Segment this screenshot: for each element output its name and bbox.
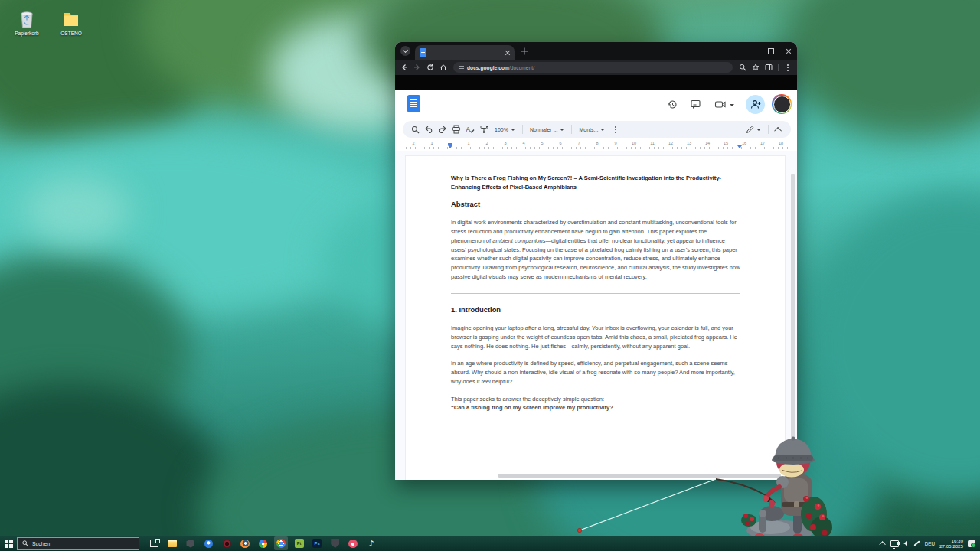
taskbar-icon-task-view[interactable] xyxy=(148,536,162,550)
more-toolbar-button[interactable] xyxy=(609,123,622,135)
chevron-down-icon xyxy=(403,47,408,53)
docs-toolbar-pill: A 100% Normaler ... xyxy=(403,121,791,138)
left-indent-marker[interactable] xyxy=(448,145,452,148)
ruler[interactable]: 21123456789101112131415161718 xyxy=(395,140,797,151)
font-select[interactable]: Monts... xyxy=(576,127,608,132)
pen-icon[interactable] xyxy=(913,540,920,546)
ruler-number: 1 xyxy=(427,141,436,145)
url-host: docs.google.com xyxy=(467,65,509,70)
taskbar-icon-blue-orb[interactable] xyxy=(202,536,216,550)
close-icon xyxy=(786,48,792,54)
taskbar-icon-shield-hex[interactable] xyxy=(184,536,198,550)
paint-format-button[interactable] xyxy=(478,123,490,135)
address-bar[interactable]: docs.google.com/document/ xyxy=(453,62,733,73)
meet-video-button[interactable] xyxy=(714,99,726,110)
side-panel-button[interactable] xyxy=(763,62,774,73)
account-avatar[interactable] xyxy=(772,94,792,114)
zoom-select[interactable]: 100% xyxy=(492,127,518,132)
spelling-check-button[interactable]: A xyxy=(464,123,476,135)
desktop-icon-folder-osteno[interactable]: OSTENO xyxy=(49,8,93,36)
roses-left xyxy=(741,514,756,527)
google-docs-logo-icon[interactable] xyxy=(407,95,420,112)
taskbar-icon-chrome[interactable] xyxy=(274,536,288,550)
taskbar-icon-photoshop[interactable]: Ps xyxy=(310,536,324,550)
doc-block-p: In digital work environments characteriz… xyxy=(451,218,740,281)
forward-button[interactable] xyxy=(412,62,423,73)
taskbar-icon-red-disc[interactable] xyxy=(220,536,234,550)
desktop: Papierkorb OSTENO xyxy=(0,0,980,551)
reload-icon xyxy=(426,64,434,71)
editing-mode-select[interactable] xyxy=(743,126,764,134)
doc-block-p: Imagine opening your laptop after a long… xyxy=(451,324,740,350)
taskbar-icon-shield-dark[interactable] xyxy=(328,536,342,550)
ruler-number: 6 xyxy=(556,141,565,145)
url-path: /document/ xyxy=(509,65,534,70)
zoom-value: 100% xyxy=(495,127,508,132)
reload-button[interactable] xyxy=(425,62,436,73)
ruler-number: 17 xyxy=(758,141,767,145)
taskbar-icon-pink-orb[interactable] xyxy=(346,536,360,550)
paragraph-style-select[interactable]: Normaler ... xyxy=(527,127,568,132)
ruler-number: 13 xyxy=(684,141,694,145)
active-tab[interactable] xyxy=(415,45,514,60)
taskbar-icon-photos[interactable] xyxy=(256,536,270,550)
bookmark-star-button[interactable] xyxy=(750,62,761,73)
tab-strip xyxy=(395,42,797,60)
browser-window: docs.google.com/document/ xyxy=(395,42,797,480)
start-button[interactable] xyxy=(0,536,17,551)
photopea-icon: Pt xyxy=(295,539,304,548)
ruler-number: 12 xyxy=(666,141,675,145)
search-menus-button[interactable] xyxy=(409,123,421,135)
fishing-line xyxy=(580,479,716,530)
vertical-scrollbar[interactable] xyxy=(791,174,795,458)
taskbar: Suchen PtPs DEU 16:39 27.05.2025 xyxy=(0,536,980,551)
person-add-icon xyxy=(750,99,761,109)
close-button[interactable] xyxy=(779,42,797,60)
ruler-number: 11 xyxy=(648,141,657,145)
print-button[interactable] xyxy=(450,123,462,135)
maximize-button[interactable] xyxy=(762,42,779,60)
fishing-lure xyxy=(577,528,581,532)
taskbar-icon-file-explorer[interactable] xyxy=(165,536,179,550)
chevron-down-icon xyxy=(560,129,564,131)
wallpaper-blob xyxy=(781,0,980,138)
notification-center-icon[interactable] xyxy=(968,540,975,547)
speaker-icon[interactable] xyxy=(903,541,907,546)
right-indent-marker[interactable] xyxy=(737,145,742,148)
version-history-button[interactable] xyxy=(667,99,678,110)
zoom-indicator-icon[interactable] xyxy=(737,62,748,73)
paint-roller-icon xyxy=(479,125,488,134)
back-button[interactable] xyxy=(399,62,410,73)
hide-menus-button[interactable] xyxy=(773,123,785,135)
tray-expand-icon[interactable] xyxy=(879,541,885,547)
star-icon xyxy=(752,64,760,71)
tab-search-button[interactable] xyxy=(400,46,410,56)
home-button[interactable] xyxy=(438,62,449,73)
minimize-button[interactable] xyxy=(744,42,762,60)
clock[interactable]: 16:39 27.05.2025 xyxy=(939,538,963,549)
toolbar-divider xyxy=(768,125,769,134)
chevron-up-icon xyxy=(774,126,782,134)
ruler-number: 5 xyxy=(537,141,547,145)
magnifier-icon xyxy=(739,64,746,71)
site-settings-icon[interactable] xyxy=(459,66,464,69)
taskbar-icon-music-note[interactable] xyxy=(364,536,378,550)
doc-block-h2: Abstract xyxy=(451,200,740,209)
taskbar-search[interactable]: Suchen xyxy=(17,537,139,550)
minimize-icon xyxy=(750,51,756,51)
taskbar-icon-blender[interactable] xyxy=(238,536,252,550)
new-tab-button[interactable] xyxy=(519,46,530,57)
maximize-icon xyxy=(768,48,774,54)
undo-button[interactable] xyxy=(423,123,435,135)
comment-icon xyxy=(690,99,701,110)
print-icon xyxy=(452,125,461,134)
language-indicator[interactable]: DEU xyxy=(925,541,935,546)
share-button[interactable] xyxy=(746,95,765,114)
meet-dropdown-caret-icon[interactable] xyxy=(730,104,734,106)
browser-menu-button[interactable] xyxy=(782,62,793,73)
redo-button[interactable] xyxy=(436,123,449,135)
desktop-icon-recycle-bin[interactable]: Papierkorb xyxy=(5,8,49,36)
comments-button[interactable] xyxy=(690,99,701,110)
tab-close-icon[interactable] xyxy=(505,50,510,55)
taskbar-icon-photopea[interactable]: Pt xyxy=(292,536,306,550)
